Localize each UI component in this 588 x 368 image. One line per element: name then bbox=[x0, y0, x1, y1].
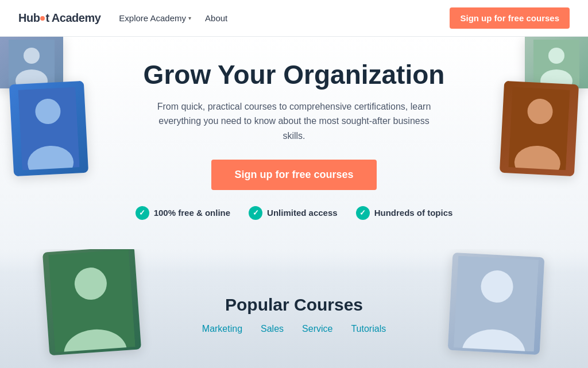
navbar: Hubt Academy Explore Academy ▾ About Sig… bbox=[0, 0, 588, 37]
nav-left: Hubt Academy Explore Academy ▾ About bbox=[18, 11, 227, 25]
feature-item-1: Unlimited access bbox=[249, 206, 338, 220]
chevron-down-icon: ▾ bbox=[188, 15, 191, 21]
logo-text: Hubt Academy bbox=[18, 11, 100, 25]
explore-label: Explore Academy bbox=[119, 13, 186, 23]
hero-image-mid-left bbox=[9, 81, 88, 177]
about-label: About bbox=[205, 13, 227, 23]
feature-label-1: Unlimited access bbox=[267, 208, 338, 218]
hero-image-top-left bbox=[0, 37, 63, 88]
popular-courses-content: Popular Courses Marketing Sales Service … bbox=[11, 295, 577, 334]
check-icon-0 bbox=[136, 206, 149, 220]
hero-subtitle: From quick, practical courses to compreh… bbox=[150, 99, 438, 144]
popular-title: Popular Courses bbox=[11, 295, 577, 315]
feature-item-2: Hundreds of topics bbox=[356, 206, 453, 220]
check-icon-1 bbox=[249, 206, 262, 220]
feature-item-0: 100% free & online bbox=[136, 206, 230, 220]
hero-section: Grow Your Organization From quick, pract… bbox=[0, 37, 588, 249]
explore-academy-link[interactable]: Explore Academy ▾ bbox=[119, 13, 191, 23]
nav-links: Explore Academy ▾ About bbox=[119, 13, 227, 23]
hero-signup-button[interactable]: Sign up for free courses bbox=[211, 160, 376, 190]
popular-courses-section: Popular Courses Marketing Sales Service … bbox=[0, 249, 588, 368]
hero-image-top-right bbox=[525, 37, 588, 88]
about-link[interactable]: About bbox=[205, 13, 227, 23]
tab-tutorials[interactable]: Tutorials bbox=[351, 324, 386, 334]
feature-label-0: 100% free & online bbox=[154, 208, 230, 218]
svg-point-4 bbox=[548, 48, 564, 64]
tab-marketing[interactable]: Marketing bbox=[202, 324, 242, 334]
svg-point-1 bbox=[24, 48, 40, 64]
hero-image-mid-right bbox=[500, 81, 579, 177]
hero-title: Grow Your Organization bbox=[11, 60, 577, 90]
logo[interactable]: Hubt Academy bbox=[18, 11, 100, 25]
tab-service[interactable]: Service bbox=[302, 324, 332, 334]
feature-label-2: Hundreds of topics bbox=[374, 208, 453, 218]
nav-signup-button[interactable]: Sign up for free courses bbox=[450, 7, 570, 29]
course-tabs: Marketing Sales Service Tutorials bbox=[11, 324, 577, 334]
logo-dot bbox=[40, 16, 45, 21]
tab-sales[interactable]: Sales bbox=[261, 324, 284, 334]
check-icon-2 bbox=[356, 206, 370, 220]
feature-list: 100% free & online Unlimited access Hund… bbox=[11, 206, 577, 220]
